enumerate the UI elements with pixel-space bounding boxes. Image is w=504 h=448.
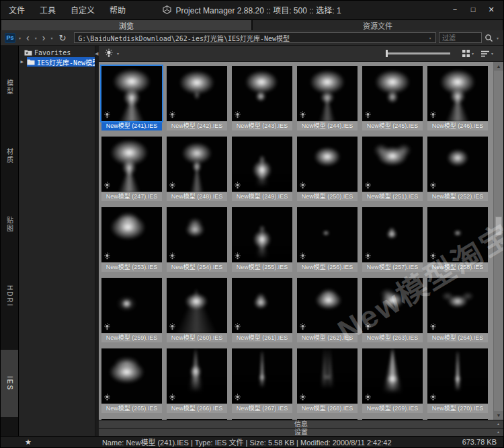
tree-item-ies-library[interactable]: ▶ IES灯光库-New模型: [19, 57, 95, 67]
chevron-down-icon[interactable]: ▾: [18, 36, 22, 40]
grid-item-partial[interactable]: [427, 419, 488, 420]
grid-item[interactable]: New模型 (263).IES: [362, 278, 423, 342]
ies-thumbnail: [297, 66, 358, 121]
light-bulb-icon: [429, 182, 437, 190]
grid-item[interactable]: New模型 (256).IES: [297, 207, 358, 272]
expand-icon[interactable]: ▶: [19, 59, 25, 65]
light-bulb-icon[interactable]: [104, 48, 114, 59]
grid-item[interactable]: New模型 (242).IES: [167, 66, 227, 130]
ies-thumbnail: [362, 348, 423, 404]
grid-item[interactable]: New模型 (267).IES: [232, 348, 292, 413]
chevron-down-icon[interactable]: ▾: [34, 36, 38, 40]
grid-item[interactable]: New模型 (254).IES: [167, 207, 227, 272]
grid-item[interactable]: New模型 (257).IES: [362, 207, 423, 272]
grid-item[interactable]: New模型 (245).IES: [362, 66, 423, 130]
grid-item[interactable]: New模型 (268).IES: [297, 348, 358, 413]
grid-item[interactable]: New模型 (261).IES: [232, 278, 292, 342]
menu-file[interactable]: 文件: [9, 4, 25, 15]
tab-materials[interactable]: 材质: [1, 139, 18, 174]
ies-thumbnail: [101, 419, 162, 420]
tab-hdri[interactable]: HDRI: [1, 276, 18, 316]
chevron-down-icon[interactable]: ▾: [116, 51, 120, 56]
panel-collapse-icon[interactable]: ▴: [497, 420, 499, 428]
ies-thumbnail: [297, 348, 358, 404]
grid-item[interactable]: New模型 (264).IES: [427, 278, 488, 342]
grid-item[interactable]: New模型 (269).IES: [362, 348, 423, 413]
refresh-button[interactable]: ↻: [56, 33, 69, 43]
ps-render-engine-button[interactable]: Ps: [5, 33, 15, 43]
minimize-button[interactable]: −: [451, 5, 459, 14]
grid-item[interactable]: New模型 (252).IES: [427, 137, 488, 201]
view-mode-button[interactable]: ▾: [462, 50, 474, 57]
address-bar[interactable]: G:\BaiduNetdiskDownload\262-ies灯光篇\IES灯光…: [74, 32, 436, 43]
tab-ies[interactable]: IES: [1, 350, 18, 417]
menu-help[interactable]: 帮助: [110, 4, 126, 15]
tab-textures[interactable]: 贴图: [1, 207, 18, 242]
thumbnail-size-slider[interactable]: [386, 52, 450, 54]
grid-item[interactable]: New模型 (260).IES: [167, 278, 227, 342]
grid-item[interactable]: New模型 (243).IES: [232, 66, 292, 130]
filter-input[interactable]: [439, 32, 482, 43]
grid-item[interactable]: New模型 (246).IES: [427, 66, 488, 130]
slider-handle[interactable]: [386, 50, 388, 57]
tab-resource-files[interactable]: 资源文件: [253, 20, 503, 30]
main-area: 模型 材质 贴图 HDRI IES Favorites ▶ IES灯光库-New: [1, 46, 503, 436]
grid-item[interactable]: New模型 (259).IES: [101, 278, 162, 342]
grid-item[interactable]: New模型 (248).IES: [167, 137, 227, 201]
panel-collapse-icon[interactable]: ▴: [497, 428, 499, 436]
item-label: New模型 (267).IES: [232, 404, 292, 413]
grid-item[interactable]: New模型 (258).IES: [427, 207, 488, 272]
forward-button[interactable]: ›: [40, 33, 48, 42]
tree-item-label: IES灯光库-New模型: [37, 57, 95, 67]
chevron-down-icon[interactable]: ▾: [491, 51, 494, 56]
chevron-down-icon[interactable]: ▾: [471, 51, 474, 56]
maximize-button[interactable]: □: [469, 5, 477, 14]
back-button[interactable]: ‹: [24, 33, 32, 42]
tree-item-favorites[interactable]: Favorites: [19, 48, 95, 57]
scroll-up-button[interactable]: ▲: [494, 62, 503, 71]
light-bulb-icon: [234, 323, 241, 331]
grid-item[interactable]: New模型 (265).IES: [101, 348, 162, 413]
chevron-down-icon[interactable]: ▾: [496, 36, 499, 40]
light-bulb-icon: [364, 252, 372, 260]
grid-item-partial[interactable]: [297, 419, 358, 420]
scrollbar-thumb[interactable]: [495, 217, 502, 235]
close-button[interactable]: ✕: [487, 5, 495, 14]
favorite-star-icon[interactable]: ★: [25, 438, 32, 447]
grid-item[interactable]: New模型 (270).IES: [427, 348, 488, 413]
app-logo-icon: [163, 5, 171, 14]
collapse-left-icon[interactable]: ◀: [95, 51, 98, 57]
status-bar: ★ Name: New模型 (241).IES | Type: IES 文件 |…: [1, 436, 503, 447]
grid-item[interactable]: New模型 (266).IES: [167, 348, 227, 413]
chevron-down-icon[interactable]: ▾: [428, 36, 432, 40]
folder-icon: [27, 59, 35, 65]
scroll-down-button[interactable]: ▼: [494, 411, 503, 420]
grid-item[interactable]: New模型 (241).IES: [101, 66, 162, 130]
grid-item-partial[interactable]: [232, 419, 292, 420]
vertical-scrollbar[interactable]: ▲ ▼: [493, 62, 503, 420]
grid-item[interactable]: New模型 (262).IES: [297, 278, 358, 342]
grid-item-partial[interactable]: [167, 419, 227, 420]
window-controls: − □ ✕: [451, 5, 503, 14]
sort-button[interactable]: ▾: [481, 50, 494, 57]
item-label: New模型 (244).IES: [297, 122, 358, 130]
grid-item[interactable]: New模型 (251).IES: [362, 137, 423, 201]
item-label: New模型 (254).IES: [167, 263, 227, 272]
grid-item[interactable]: New模型 (247).IES: [101, 137, 162, 201]
settings-panel-header[interactable]: 设置 ▴: [99, 428, 503, 436]
tab-models[interactable]: 模型: [1, 70, 18, 105]
menu-tools[interactable]: 工具: [40, 4, 56, 15]
menu-customize[interactable]: 自定义: [71, 4, 95, 15]
tab-browse[interactable]: 浏览: [1, 20, 251, 30]
grid-item-partial[interactable]: [101, 419, 162, 420]
grid-item[interactable]: New模型 (253).IES: [101, 207, 162, 272]
grid-item-partial[interactable]: [362, 419, 423, 420]
category-tab-strip: 模型 材质 贴图 HDRI IES: [1, 46, 19, 436]
grid-item[interactable]: New模型 (255).IES: [232, 207, 292, 272]
grid-item[interactable]: New模型 (244).IES: [297, 66, 358, 130]
grid-item[interactable]: New模型 (250).IES: [297, 137, 358, 201]
chevron-down-icon[interactable]: ▾: [50, 36, 53, 40]
info-panel-header[interactable]: 信息 ▴: [99, 420, 503, 428]
grid-item[interactable]: New模型 (249).IES: [232, 137, 292, 201]
search-icon[interactable]: [485, 34, 493, 42]
